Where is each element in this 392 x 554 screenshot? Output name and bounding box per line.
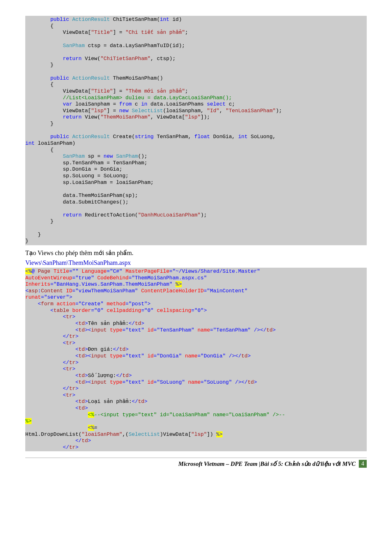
file-path-label: Views\SanPham\ThemMoiSanPham.aspx xyxy=(25,259,367,266)
tag: td xyxy=(78,399,85,405)
attr-val: ="TenSanPham" xyxy=(210,327,251,333)
tag: tr xyxy=(66,392,72,398)
type: SelectList xyxy=(129,431,160,437)
tag-close: >< xyxy=(85,327,91,333)
code-text xyxy=(25,392,63,398)
attr: name xyxy=(188,379,201,385)
type: SelectList xyxy=(132,108,163,114)
keyword: int xyxy=(160,16,169,22)
attr-val: ="0" xyxy=(91,307,104,314)
string: "lsp" xyxy=(191,431,207,437)
code-text xyxy=(107,353,110,359)
string: "DanhMucLoaiSanPham" xyxy=(138,212,200,218)
tag-close: > xyxy=(126,346,129,352)
comment: //List<LoaiSanPham> dulieu = data.LayCac… xyxy=(63,95,232,101)
tag: td xyxy=(241,353,248,359)
code-text xyxy=(144,353,147,359)
string: "Id" xyxy=(207,108,219,114)
tag-open: </ xyxy=(63,333,69,339)
attr: method xyxy=(107,301,125,307)
asp-delim: <% xyxy=(88,425,94,431)
attr: Language xyxy=(82,268,107,274)
tag: tr xyxy=(69,444,76,450)
tag: tr xyxy=(69,333,76,339)
tag-open: </ xyxy=(129,320,135,326)
tag: tr xyxy=(66,366,72,372)
attr: name xyxy=(185,353,198,359)
keyword: public xyxy=(50,75,69,81)
tag: tr xyxy=(66,340,72,346)
tag: td xyxy=(266,327,273,333)
html-text: Tên sản phẩm: xyxy=(88,320,129,326)
tag-close: > xyxy=(75,386,78,392)
attr-val: ="BanHang.Views.SanPham.ThemMoiSanPham" xyxy=(50,281,172,287)
code-text xyxy=(25,425,88,431)
attr-val: ="~/Views/Shared/Site.Master" xyxy=(169,268,260,274)
tag-open: < xyxy=(75,399,78,405)
body-paragraph: Tạo Views cho phép thêm mới sản phẩm. xyxy=(25,249,367,257)
tag-close: > xyxy=(72,314,76,320)
code-text xyxy=(25,301,38,307)
tag-open: < xyxy=(75,353,78,359)
tag-close: > xyxy=(85,405,88,411)
tag-close: > xyxy=(72,340,76,346)
type: SanPham xyxy=(63,153,85,159)
tag-open: </ xyxy=(63,386,69,392)
code-text: ViewData[ xyxy=(25,108,91,114)
keyword: var xyxy=(63,101,72,107)
code-text xyxy=(144,327,147,333)
code-text xyxy=(154,307,157,314)
code-text: sp.TenSanPham = TenSanPham; xyxy=(25,160,147,166)
keyword: public xyxy=(50,16,69,22)
code-text: sp.SoLuong = SoLuong; xyxy=(25,173,129,179)
code-text xyxy=(25,320,75,326)
string: "ThemMoiSanPham" xyxy=(101,114,150,120)
tag: tr xyxy=(69,386,76,392)
string: "TenLoaiSanPham" xyxy=(226,108,276,114)
code-text xyxy=(50,268,53,274)
attr-val: ="SoLuong" xyxy=(154,379,185,385)
code-text xyxy=(25,327,75,333)
tag-open: < xyxy=(25,288,28,294)
attr-val: ="DonGia" xyxy=(154,353,182,359)
code-text: (); xyxy=(138,153,148,159)
attr: ContentPlaceHolderID xyxy=(141,288,204,294)
tag-open: </ xyxy=(116,373,122,379)
type: SanPham xyxy=(116,153,138,159)
tag: tr xyxy=(66,314,72,320)
code-text: c xyxy=(132,101,141,107)
string: "Title" xyxy=(91,29,113,35)
tag-open: < xyxy=(63,340,66,346)
code-text: data.LoaiSanPhams xyxy=(147,101,207,107)
tag: td xyxy=(82,438,88,444)
code-text xyxy=(226,353,229,359)
attr-val: ="C#" xyxy=(107,268,123,274)
code-text: sp.DonGia = DonGia; xyxy=(25,166,122,172)
tag-open: < xyxy=(38,301,41,307)
attr-val: ="ThemMoiSanPham.aspx.cs" xyxy=(129,275,207,281)
code-text: } xyxy=(25,238,28,244)
attr: AutoEventWireup xyxy=(25,275,72,281)
code-text: id) xyxy=(169,16,182,22)
code-text: loaiSanpham = xyxy=(72,101,119,107)
tag-close: > xyxy=(129,373,132,379)
code-text xyxy=(144,379,147,385)
type: ActionResult xyxy=(72,16,110,22)
code-text xyxy=(69,75,72,81)
directive: Page xyxy=(38,268,51,274)
tag-close: > xyxy=(85,346,88,352)
code-text xyxy=(185,379,188,385)
tag-close: > xyxy=(72,392,76,398)
tag: input xyxy=(91,353,107,359)
tag: : xyxy=(38,288,41,294)
keyword: float xyxy=(194,134,210,140)
string: "ChiTietSanPham" xyxy=(101,56,150,62)
code-text: RedirectToAction( xyxy=(82,212,138,218)
tag: td xyxy=(78,379,85,385)
code-text xyxy=(107,379,110,385)
tag-open: </ xyxy=(132,399,138,405)
tag-open: </ xyxy=(113,346,119,352)
keyword: return xyxy=(63,114,82,120)
tag-open: </ xyxy=(75,438,82,444)
code-text xyxy=(94,275,97,281)
